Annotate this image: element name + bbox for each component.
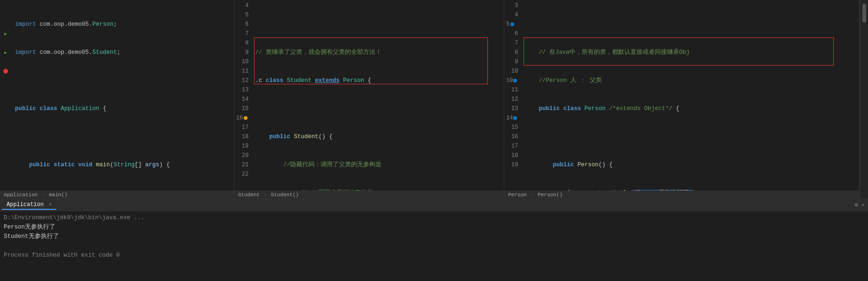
main-container: ▶ ▶ bbox=[0, 0, 868, 281]
code-line: super();//不写也是默认存在的 bbox=[255, 188, 502, 191]
code-line: public static void main(String[] args) { bbox=[15, 160, 232, 170]
console-line-output2: Student无参执行了 bbox=[4, 232, 864, 241]
breadcrumb-middle: Student › Student() bbox=[234, 191, 504, 199]
console-content: D:\Environment\jdk8\jdk\bin\java.exe ...… bbox=[0, 211, 868, 281]
gutter-row-7 bbox=[0, 57, 11, 67]
code-line bbox=[15, 76, 232, 85]
console-line-blank bbox=[4, 241, 864, 251]
code-line: public Student() { bbox=[255, 132, 502, 141]
code-line: import com.oop.demo05.Student; bbox=[15, 48, 232, 57]
gutter-row-6[interactable]: ▶ bbox=[0, 48, 11, 57]
right-sidebar bbox=[860, 0, 868, 199]
gutter-row-8[interactable] bbox=[0, 67, 11, 76]
breadcrumb-right: Person › Person() bbox=[504, 191, 859, 199]
editor-panel-right: 3 4 5 6 7 8 9 10 10 11 12 13 14 15 16 17 bbox=[504, 0, 860, 199]
breadcrumb-left: Application › main() bbox=[0, 191, 234, 199]
line-numbers-right: 3 4 5 6 7 8 9 10 10 11 12 13 14 15 16 17 bbox=[504, 0, 522, 191]
gutter-row-2 bbox=[0, 10, 11, 20]
code-line: import com.oop.demo05.Person; bbox=[15, 20, 232, 29]
gutter-row-12 bbox=[0, 104, 11, 113]
gutter-row-14 bbox=[0, 123, 11, 132]
code-area-left[interactable]: import com.oop.demo05.Person; import com… bbox=[11, 0, 234, 191]
code-line bbox=[15, 188, 232, 191]
editor-panel-left: ▶ ▶ bbox=[0, 0, 234, 199]
code-line: System.out.println("Person无参执行了") bbox=[524, 188, 857, 191]
console-tab-close[interactable]: × bbox=[49, 202, 52, 207]
gutter-row-1 bbox=[0, 1, 11, 10]
console-line-cmd: D:\Environment\jdk8\jdk\bin\java.exe ... bbox=[4, 213, 864, 222]
run-icon[interactable]: ▶ bbox=[4, 31, 7, 37]
console-tab-label: Application bbox=[7, 201, 44, 208]
console-tabs: Application × ⚙ ↗ bbox=[0, 199, 868, 211]
gutter-row-13 bbox=[0, 113, 11, 123]
code-line: //隐藏代码：调用了父类的无参构造 bbox=[255, 160, 502, 170]
gutter-row-9 bbox=[0, 76, 11, 85]
code-line: public class Person /*extends Object*/ { bbox=[524, 104, 857, 113]
gutter-row-11 bbox=[0, 95, 11, 104]
console-line-output1: Person无参执行了 bbox=[4, 222, 864, 232]
code-area-middle[interactable]: // 类继承了父类，就会拥有父类的全部方法！ .c class Student … bbox=[252, 0, 504, 191]
code-line: // 在Java中，所有的类，都默认直接或者间接继承Obj bbox=[524, 48, 857, 57]
code-line: public Person() { bbox=[524, 160, 857, 170]
console-area: Application × ⚙ ↗ D:\Environment\jdk8\jd… bbox=[0, 199, 868, 281]
editor-content-right: 3 4 5 6 7 8 9 10 10 11 12 13 14 15 16 17 bbox=[504, 0, 859, 191]
scroll-indicator[interactable] bbox=[862, 4, 866, 22]
code-area-right[interactable]: // 在Java中，所有的类，都默认直接或者间接继承Obj //Person 人… bbox=[522, 0, 859, 191]
editor-panel-middle: 4 5 6 7 8 9 10 11 12 13 14 15 16 17 18 1… bbox=[234, 0, 504, 199]
code-line bbox=[524, 132, 857, 141]
gutter-row-4[interactable]: ▶ bbox=[0, 29, 11, 38]
left-gutter: ▶ ▶ bbox=[0, 0, 11, 191]
console-toolbar: ⚙ ↗ bbox=[855, 201, 866, 208]
code-line bbox=[255, 104, 502, 113]
gutter-row-10 bbox=[0, 85, 11, 95]
editor-content-left: ▶ ▶ bbox=[0, 0, 234, 191]
external-link-icon[interactable]: ↗ bbox=[861, 201, 864, 208]
run-method-icon[interactable]: ▶ bbox=[4, 50, 7, 55]
editor-content-middle: 4 5 6 7 8 9 10 11 12 13 14 15 16 17 18 1… bbox=[234, 0, 504, 191]
code-line: public class Application { bbox=[15, 104, 232, 113]
code-line: .c class Student extends Person { bbox=[255, 76, 502, 85]
code-line: //Person 人 ： 父类 bbox=[524, 76, 857, 85]
code-line bbox=[15, 132, 232, 141]
breakpoint-dot[interactable] bbox=[3, 69, 8, 74]
gutter-row-15 bbox=[0, 132, 11, 141]
code-line: // 类继承了父类，就会拥有父类的全部方法！ bbox=[255, 48, 502, 57]
console-tab-application[interactable]: Application × bbox=[2, 200, 56, 210]
line-numbers-middle: 4 5 6 7 8 9 10 11 12 13 14 15 16 17 18 1… bbox=[234, 0, 252, 191]
settings-button[interactable]: ⚙ bbox=[855, 201, 858, 208]
gutter-row-3 bbox=[0, 20, 11, 29]
gutter-row-5 bbox=[0, 38, 11, 48]
console-line-finish: Process finished with exit code 0 bbox=[4, 251, 864, 260]
editor-area: ▶ ▶ bbox=[0, 0, 868, 199]
